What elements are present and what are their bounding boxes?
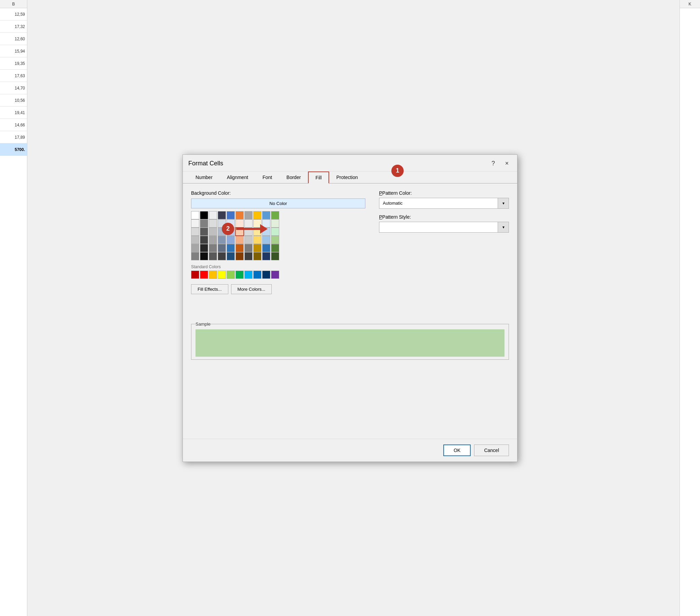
color-dark-navy[interactable]	[218, 211, 226, 219]
pattern-style-arrow[interactable]: ▾	[498, 222, 509, 232]
theme-header-row	[191, 211, 365, 219]
right-panel: PPattern Color: Automatic ▾ PPattern Sty…	[379, 190, 509, 294]
badge-2: 2	[222, 223, 234, 235]
color-r4c10[interactable]	[271, 236, 279, 244]
color-r5c10[interactable]	[271, 244, 279, 252]
color-r4c6[interactable]	[236, 236, 244, 244]
color-r3c10[interactable]	[271, 228, 279, 236]
std-color-6[interactable]	[236, 271, 244, 279]
color-r4c7[interactable]	[245, 236, 253, 244]
color-r6c4[interactable]	[218, 252, 226, 260]
tab-bar: Number Alignment Font Border Fill Protec…	[183, 172, 517, 184]
sample-preview	[196, 329, 504, 357]
color-gray[interactable]	[245, 211, 253, 219]
std-color-7[interactable]	[245, 271, 253, 279]
standard-colors-section: Standard Colors	[191, 264, 365, 279]
color-r5c3[interactable]	[209, 244, 217, 252]
theme-row-2	[191, 219, 365, 228]
more-colors-button[interactable]: More Colors...	[231, 284, 272, 294]
color-r2c1[interactable]	[191, 219, 199, 228]
standard-colors-row	[191, 271, 365, 279]
color-light-gray[interactable]	[209, 211, 217, 219]
dialog-title-bar: Format Cells ? ×	[183, 155, 517, 172]
color-r5c5[interactable]	[227, 244, 235, 252]
std-color-5[interactable]	[227, 271, 235, 279]
arrow-shaft	[236, 228, 260, 230]
std-color-1[interactable]	[191, 271, 199, 279]
std-color-4[interactable]	[218, 271, 226, 279]
dialog-content: Background Color: No Color	[183, 184, 517, 439]
theme-row-5	[191, 244, 365, 252]
ok-button[interactable]: OK	[443, 444, 471, 456]
color-r5c2[interactable]	[200, 244, 208, 252]
color-r2c10[interactable]	[271, 219, 279, 228]
color-r6c6[interactable]	[236, 252, 244, 260]
color-r4c3[interactable]	[209, 236, 217, 244]
theme-row-6	[191, 252, 365, 260]
pattern-color-arrow[interactable]: ▾	[498, 198, 509, 209]
no-color-button[interactable]: No Color	[191, 199, 365, 209]
color-r3c3[interactable]	[209, 228, 217, 236]
color-r4c2[interactable]	[200, 236, 208, 244]
cancel-button[interactable]: Cancel	[474, 444, 509, 456]
std-color-2[interactable]	[200, 271, 208, 279]
theme-row-3: 2	[191, 228, 365, 236]
color-blue[interactable]	[227, 211, 235, 219]
color-r6c2[interactable]	[200, 252, 208, 260]
title-bar-controls: ? ×	[488, 159, 512, 168]
std-color-9[interactable]	[262, 271, 270, 279]
color-r5c4[interactable]	[218, 244, 226, 252]
color-r6c7[interactable]	[245, 252, 253, 260]
dialog-footer: OK Cancel	[183, 439, 517, 462]
tab-fill[interactable]: Fill	[308, 172, 329, 184]
main-content-row: Background Color: No Color	[191, 190, 509, 294]
color-r5c7[interactable]	[245, 244, 253, 252]
standard-colors-label: Standard Colors	[191, 264, 365, 269]
color-white[interactable]	[191, 211, 199, 219]
color-r4c1[interactable]	[191, 236, 199, 244]
color-r4c9[interactable]	[262, 236, 270, 244]
pattern-style-dropdown[interactable]: ▾	[379, 222, 509, 232]
color-r6c8[interactable]	[253, 252, 262, 260]
help-button[interactable]: ?	[488, 159, 498, 168]
color-r6c5[interactable]	[227, 252, 235, 260]
color-r3c2[interactable]	[200, 228, 208, 236]
color-black[interactable]	[200, 211, 208, 219]
tab-font[interactable]: Font	[255, 172, 279, 184]
std-color-10[interactable]	[271, 271, 279, 279]
format-cells-dialog: Format Cells ? × 1 Number Alignment Font…	[183, 154, 517, 462]
color-r5c9[interactable]	[262, 244, 270, 252]
color-r2c3[interactable]	[209, 219, 217, 228]
color-r4c8[interactable]	[253, 236, 262, 244]
color-green[interactable]	[271, 211, 279, 219]
color-r5c1[interactable]	[191, 244, 199, 252]
dialog-title: Format Cells	[188, 160, 223, 167]
color-r5c8[interactable]	[253, 244, 262, 252]
color-gold[interactable]	[253, 211, 262, 219]
color-orange[interactable]	[236, 211, 244, 219]
fill-effects-button[interactable]: Fill Effects...	[191, 284, 228, 294]
close-button[interactable]: ×	[502, 159, 512, 168]
color-r6c1[interactable]	[191, 252, 199, 260]
color-light-blue[interactable]	[262, 211, 270, 219]
badge-1: 1	[391, 165, 404, 177]
color-r4c4[interactable]	[218, 236, 226, 244]
color-palette-area: 2	[191, 211, 365, 260]
sample-legend: Sample	[196, 322, 211, 327]
background-color-label: Background Color:	[191, 190, 365, 196]
color-r4c5[interactable]	[227, 236, 235, 244]
tab-protection[interactable]: Protection	[329, 172, 365, 184]
color-r3c1[interactable]	[191, 228, 199, 236]
color-r5c6[interactable]	[236, 244, 244, 252]
color-r2c2[interactable]	[200, 219, 208, 228]
color-r6c9[interactable]	[262, 252, 270, 260]
pattern-color-label: PPattern Color:	[379, 190, 509, 196]
pattern-color-dropdown[interactable]: Automatic ▾	[379, 198, 509, 209]
tab-border[interactable]: Border	[279, 172, 308, 184]
std-color-8[interactable]	[253, 271, 262, 279]
color-r6c10[interactable]	[271, 252, 279, 260]
tab-number[interactable]: Number	[188, 172, 220, 184]
tab-alignment[interactable]: Alignment	[220, 172, 255, 184]
color-r6c3[interactable]	[209, 252, 217, 260]
std-color-3[interactable]	[209, 271, 217, 279]
